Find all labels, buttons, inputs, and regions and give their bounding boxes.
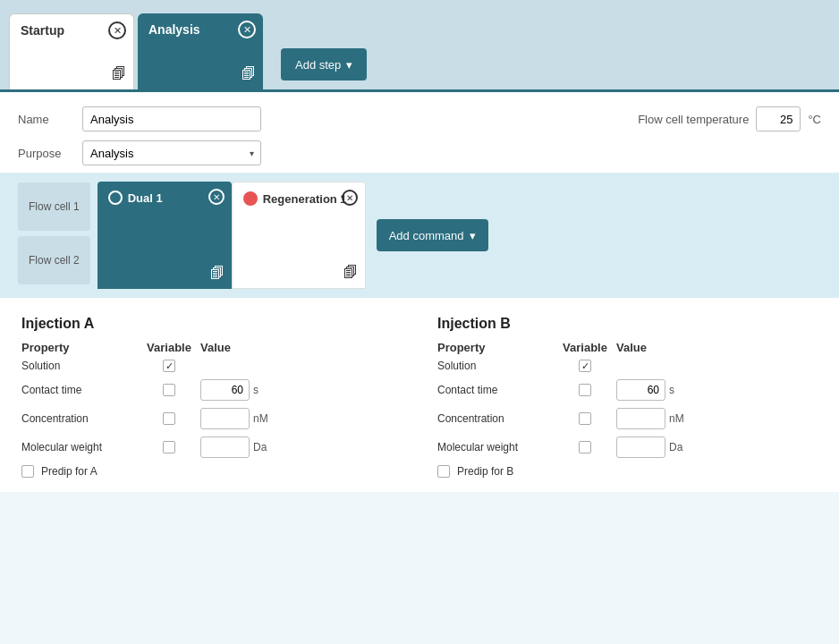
inj-a-concentration-label: Concentration <box>21 412 138 425</box>
step-regen1-close[interactable]: ✕ <box>342 190 358 206</box>
add-step-label: Add step <box>295 58 341 72</box>
predip-b-checkbox[interactable] <box>437 465 450 478</box>
step-regen1-title: Regeneration 1 <box>243 191 354 206</box>
inj-b-row-contact-time: Contact time s <box>437 379 818 401</box>
flow-cell-labels: Flow cell 1 Flow cell 2 <box>18 182 90 289</box>
step-card-regen1[interactable]: Regeneration 1 ✕ 🗐 <box>232 182 366 289</box>
inj-a-row-contact-time: Contact time s <box>21 379 402 401</box>
inj-b-solution-checkbox[interactable] <box>579 360 591 372</box>
inj-a-contact-time-label: Contact time <box>21 384 138 396</box>
inj-a-variable-header: Variable <box>138 341 200 354</box>
step-area: Flow cell 1 Flow cell 2 Dual 1 ✕ 🗐 Regen… <box>0 173 839 298</box>
step-dual1-title: Dual 1 <box>108 191 221 205</box>
inj-a-solution-label: Solution <box>21 360 138 372</box>
inj-b-contact-time-variable[interactable] <box>554 384 616 396</box>
inj-a-contact-time-value: s <box>200 379 272 401</box>
predip-b-row: Predip for B <box>437 465 818 478</box>
flow-cell-temp-unit: °C <box>808 113 821 126</box>
tab-analysis-close[interactable]: ✕ <box>238 21 256 38</box>
inj-b-contact-time-label: Contact time <box>437 384 554 396</box>
step-dual1-copy[interactable]: 🗐 <box>210 266 225 282</box>
purpose-select-wrapper: Analysis ▾ <box>82 140 261 165</box>
inj-b-solution-variable[interactable] <box>554 360 616 372</box>
inj-b-row-concentration: Concentration nM <box>437 408 818 429</box>
step-regen1-label: Regeneration 1 <box>263 192 347 206</box>
purpose-select[interactable]: Analysis <box>82 140 261 165</box>
inj-a-concentration-checkbox[interactable] <box>163 412 175 425</box>
inj-b-contact-time-checkbox[interactable] <box>579 384 591 396</box>
inj-b-variable-header: Variable <box>554 341 616 354</box>
injection-a-title: Injection A <box>21 316 402 332</box>
inj-b-row-mol-weight: Molecular weight Da <box>437 436 818 458</box>
add-command-button[interactable]: Add command ▾ <box>377 219 488 251</box>
inj-b-concentration-value: nM <box>616 408 688 429</box>
inj-a-solution-variable[interactable] <box>138 360 200 372</box>
flow-cell-2-label: Flow cell 2 <box>18 236 90 284</box>
add-command-chevron-icon: ▾ <box>470 229 476 242</box>
injection-b-title: Injection B <box>437 316 818 332</box>
inj-a-concentration-variable[interactable] <box>138 412 200 425</box>
predip-a-checkbox[interactable] <box>21 465 34 478</box>
inj-b-concentration-checkbox[interactable] <box>579 412 591 425</box>
injection-a-section: Injection A Property Variable Value Solu… <box>21 316 402 478</box>
flow-cell-1-label: Flow cell 1 <box>18 182 90 231</box>
injection-a-header: Property Variable Value <box>21 341 402 354</box>
inj-a-contact-time-unit: s <box>253 384 258 396</box>
inj-a-value-header: Value <box>200 341 272 354</box>
tab-bar: Startup ✕ 🗐 Analysis ✕ 🗐 Add step ▾ <box>0 0 839 89</box>
inj-a-mol-weight-variable[interactable] <box>138 441 200 453</box>
name-label: Name <box>18 113 72 126</box>
inj-b-mol-weight-checkbox[interactable] <box>579 441 591 453</box>
step-dual1-close[interactable]: ✕ <box>208 189 225 205</box>
inj-b-mol-weight-value: Da <box>616 436 688 458</box>
inj-b-concentration-unit: nM <box>669 412 684 425</box>
inj-a-row-concentration: Concentration nM <box>21 408 402 429</box>
main-content: Name Purpose Analysis ▾ Flow cell temper… <box>0 89 839 492</box>
inj-a-concentration-value: nM <box>200 408 272 429</box>
inj-a-contact-time-checkbox[interactable] <box>163 384 175 396</box>
purpose-label: Purpose <box>18 147 72 160</box>
inj-a-mol-weight-value: Da <box>200 436 272 458</box>
add-command-label: Add command <box>389 229 464 242</box>
inj-b-concentration-input[interactable] <box>616 408 665 429</box>
inj-b-property-header: Property <box>437 341 554 354</box>
tab-startup-close[interactable]: ✕ <box>108 21 126 39</box>
predip-a-row: Predip for A <box>21 465 402 478</box>
tab-analysis[interactable]: Analysis ✕ 🗐 <box>138 13 263 89</box>
step-columns: Dual 1 ✕ 🗐 Regeneration 1 ✕ 🗐 Add comman… <box>97 182 821 289</box>
inj-a-concentration-input[interactable] <box>200 408 250 429</box>
step-card-dual1[interactable]: Dual 1 ✕ 🗐 <box>97 182 232 289</box>
inj-b-solution-label: Solution <box>437 360 554 372</box>
tab-startup-label: Startup <box>21 23 123 38</box>
inj-b-concentration-variable[interactable] <box>554 412 616 425</box>
inj-a-solution-checkbox[interactable] <box>163 360 175 372</box>
inj-b-mol-weight-label: Molecular weight <box>437 441 554 453</box>
inj-a-row-solution: Solution <box>21 360 402 372</box>
step-regen1-copy[interactable]: 🗐 <box>343 265 358 281</box>
inj-a-mol-weight-checkbox[interactable] <box>163 441 175 453</box>
tab-startup-copy[interactable]: 🗐 <box>112 66 126 82</box>
tab-analysis-copy[interactable]: 🗐 <box>242 66 256 82</box>
dual1-circle-icon <box>108 191 123 205</box>
add-step-button[interactable]: Add step ▾ <box>281 48 367 80</box>
tab-analysis-label: Analysis <box>148 22 252 37</box>
predip-b-label: Predip for B <box>457 465 513 478</box>
inj-b-value-header: Value <box>616 341 688 354</box>
inj-a-contact-time-variable[interactable] <box>138 384 200 396</box>
inj-a-mol-weight-label: Molecular weight <box>21 441 138 453</box>
inj-b-contact-time-input[interactable] <box>616 379 665 401</box>
inj-b-mol-weight-unit: Da <box>669 441 682 453</box>
inj-b-concentration-label: Concentration <box>437 412 554 425</box>
inj-a-row-mol-weight: Molecular weight Da <box>21 436 402 458</box>
inj-b-mol-weight-input[interactable] <box>616 436 665 458</box>
tab-startup[interactable]: Startup ✕ 🗐 <box>9 13 134 89</box>
injections-area: Injection A Property Variable Value Solu… <box>18 316 821 478</box>
flow-cell-temp-group: Flow cell temperature °C <box>638 106 821 131</box>
inj-a-contact-time-input[interactable] <box>200 379 250 401</box>
add-step-chevron-icon: ▾ <box>346 58 352 72</box>
inj-b-mol-weight-variable[interactable] <box>554 441 616 453</box>
name-input[interactable] <box>82 106 261 131</box>
inj-a-mol-weight-input[interactable] <box>200 436 250 458</box>
flow-cell-temp-label: Flow cell temperature <box>638 113 749 126</box>
flow-cell-temp-input[interactable] <box>756 106 801 131</box>
